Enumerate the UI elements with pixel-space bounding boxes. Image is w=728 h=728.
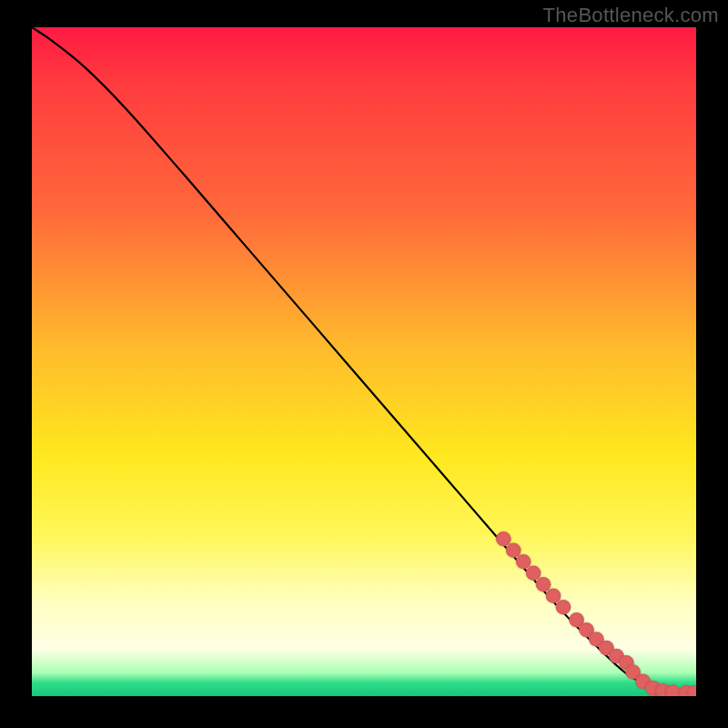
data-marker bbox=[556, 600, 571, 614]
data-marker bbox=[687, 685, 696, 696]
bottleneck-curve bbox=[32, 27, 696, 693]
chart-overlay-svg bbox=[32, 27, 696, 696]
chart-frame: TheBottleneck.com bbox=[0, 0, 728, 728]
marker-group bbox=[496, 531, 696, 696]
plot-area bbox=[32, 27, 696, 696]
watermark-text: TheBottleneck.com bbox=[543, 4, 719, 27]
